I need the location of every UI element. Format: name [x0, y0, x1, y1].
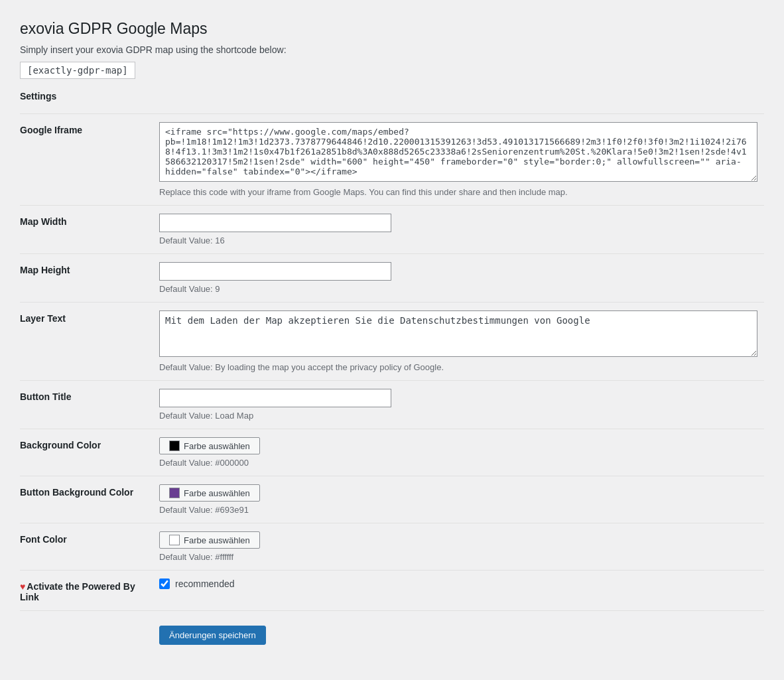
font-color-note: Default Value: #ffffff [159, 552, 757, 562]
page-wrap: exovia GDPR Google Maps Simply insert yo… [0, 0, 784, 680]
map-width-input[interactable]: 3 [159, 214, 391, 232]
table-row-layer-text: Layer Text Mit dem Laden der Map akzepti… [20, 303, 764, 381]
button-bg-color-button[interactable]: Farbe auswählen [159, 484, 260, 502]
table-row-map-width: Map Width 3 Default Value: 16 [20, 206, 764, 254]
google-iframe-textarea[interactable]: <iframe src="https://www.google.com/maps… [159, 122, 757, 182]
background-color-label: Background Color [20, 429, 153, 476]
map-height-input[interactable]: 5 [159, 262, 391, 281]
font-color-cell: Farbe auswählen Default Value: #ffffff [153, 523, 764, 571]
map-width-note: Default Value: 16 [159, 236, 757, 245]
button-title-cell: Map laden Default Value: Load Map [153, 381, 764, 429]
button-bg-color-button-label: Farbe auswählen [184, 488, 250, 498]
shortcode-box: [exactly-gdpr-map] [20, 62, 135, 79]
powered-by-checkbox-label: recommended [175, 578, 235, 589]
table-row-powered-by: ♥Activate the Powered By Link recommende… [20, 571, 764, 611]
table-row-button-bg-color: Button Background Color Farbe auswählen … [20, 476, 764, 523]
font-color-button[interactable]: Farbe auswählen [159, 531, 260, 549]
save-cell: Änderungen speichern [153, 611, 764, 653]
map-height-note: Default Value: 9 [159, 284, 757, 294]
layer-text-textarea[interactable]: Mit dem Laden der Map akzeptieren Sie di… [159, 310, 757, 357]
button-bg-color-note: Default Value: #693e91 [159, 505, 757, 515]
background-color-swatch [169, 441, 180, 451]
button-title-label: Button Title [20, 381, 153, 429]
powered-by-checkbox[interactable] [159, 578, 170, 589]
layer-text-cell: Mit dem Laden der Map akzeptieren Sie di… [153, 303, 764, 381]
layer-text-note: Default Value: By loading the map you ac… [159, 362, 757, 372]
save-button[interactable]: Änderungen speichern [159, 626, 266, 645]
google-iframe-note: Replace this code with your iframe from … [159, 187, 757, 197]
table-row-button-title: Button Title Map laden Default Value: Lo… [20, 381, 764, 429]
table-row-google-iframe: Google Iframe <iframe src="https://www.g… [20, 114, 764, 206]
button-bg-color-cell: Farbe auswählen Default Value: #693e91 [153, 476, 764, 523]
heart-icon: ♥ [20, 581, 25, 592]
button-title-note: Default Value: Load Map [159, 411, 757, 421]
background-color-cell: Farbe auswählen Default Value: #000000 [153, 429, 764, 476]
table-row-save: Änderungen speichern [20, 611, 764, 653]
button-title-input[interactable]: Map laden [159, 389, 391, 407]
google-iframe-cell: <iframe src="https://www.google.com/maps… [153, 114, 764, 206]
font-color-label: Font Color [20, 523, 153, 571]
map-height-cell: 5 Default Value: 9 [153, 254, 764, 303]
button-bg-color-swatch [169, 488, 180, 498]
button-bg-color-label: Button Background Color [20, 476, 153, 523]
page-title: exovia GDPR Google Maps [20, 20, 764, 38]
font-color-button-label: Farbe auswählen [184, 535, 250, 545]
background-color-button-label: Farbe auswählen [184, 441, 250, 451]
page-subtitle: Simply insert your exovia GDPR map using… [20, 44, 764, 55]
map-width-label: Map Width [20, 206, 153, 254]
layer-text-label: Layer Text [20, 303, 153, 381]
map-height-label: Map Height [20, 254, 153, 303]
map-width-cell: 3 Default Value: 16 [153, 206, 764, 254]
powered-by-label: ♥Activate the Powered By Link [20, 571, 153, 611]
settings-table: Google Iframe <iframe src="https://www.g… [20, 113, 764, 653]
background-color-note: Default Value: #000000 [159, 458, 757, 468]
table-row-map-height: Map Height 5 Default Value: 9 [20, 254, 764, 303]
background-color-button[interactable]: Farbe auswählen [159, 437, 260, 454]
font-color-swatch [169, 535, 180, 545]
powered-by-cell: recommended [153, 571, 764, 611]
save-label-empty [20, 611, 153, 653]
settings-title: Settings [20, 91, 764, 102]
google-iframe-label: Google Iframe [20, 114, 153, 206]
powered-by-checkbox-row: recommended [159, 578, 757, 589]
table-row-background-color: Background Color Farbe auswählen Default… [20, 429, 764, 476]
table-row-font-color: Font Color Farbe auswählen Default Value… [20, 523, 764, 571]
